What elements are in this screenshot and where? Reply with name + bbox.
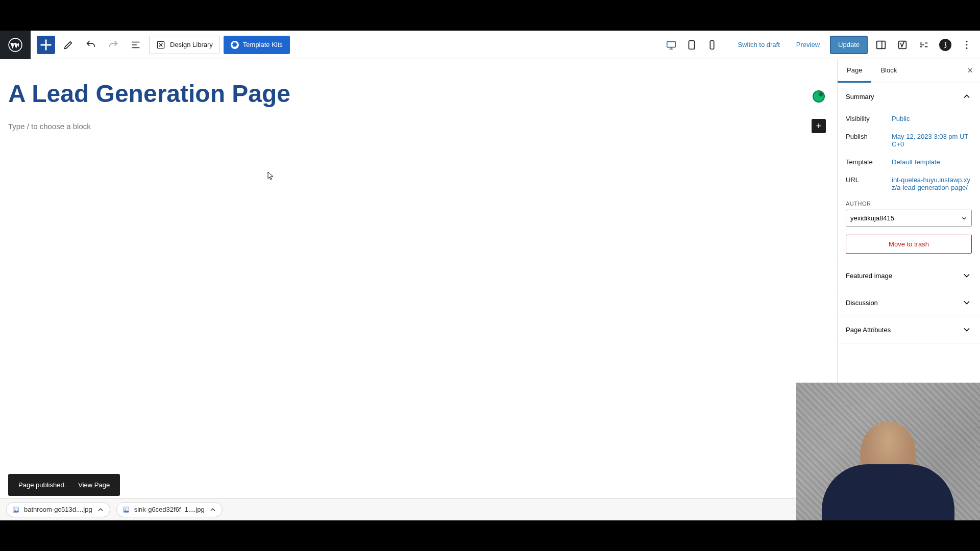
kadence-button[interactable] [915,36,933,54]
svg-point-8 [966,44,968,45]
update-button[interactable]: Update [830,36,868,54]
download-filename: sink-g6ced32f6f_1....jpg [134,506,205,513]
visibility-value[interactable]: Public [892,115,910,122]
close-sidebar-button[interactable]: × [960,59,980,83]
tab-block[interactable]: Block [871,59,906,83]
wordpress-logo[interactable] [0,31,31,59]
svg-point-9 [966,47,968,48]
template-kits-icon: ⬣ [231,41,239,49]
design-library-label: Design Library [170,41,213,48]
author-select[interactable]: yexidikuja8415 [846,210,972,227]
download-filename: bathroom-gc513d....jpg [24,506,92,513]
url-value[interactable]: int-quelea-huyu.instawp.xyz/a-lead-gener… [892,176,970,191]
seo-score-badge-icon[interactable] [813,90,825,103]
chevron-up-icon [209,506,217,514]
panel-featured-image-title: Featured image [846,272,892,280]
design-library-button[interactable]: Design Library [149,36,219,54]
plugin-icon-button[interactable]: ⟆ [936,36,954,54]
top-toolbar: Design Library ⬣ Template Kits Switch to… [0,31,980,59]
chevron-down-icon [962,324,972,335]
panel-discussion-header[interactable]: Discussion [838,289,980,316]
plugin-circle-icon: ⟆ [939,39,951,51]
toast-message: Page published. [18,481,66,489]
cursor-icon [267,171,274,181]
panel-discussion-title: Discussion [846,299,878,307]
edit-tool-button[interactable] [59,36,78,54]
undo-button[interactable] [82,36,100,54]
webcam-overlay [796,383,980,520]
download-item-1[interactable]: sink-g6ced32f6f_1....jpg [116,502,223,517]
panel-summary-title: Summary [846,93,874,101]
switch-to-draft-button[interactable]: Switch to draft [731,37,786,53]
template-kits-button[interactable]: ⬣ Template Kits [224,36,290,54]
svg-rect-4 [710,40,714,49]
add-block-button[interactable] [37,36,55,54]
panel-featured-image-header[interactable]: Featured image [838,262,980,289]
preview-button[interactable]: Preview [790,37,826,53]
mobile-preview-button[interactable] [703,36,721,54]
svg-point-11 [14,508,15,509]
block-placeholder[interactable]: Type / to choose a block + [8,122,829,131]
panel-page-attributes-title: Page Attributes [846,326,891,334]
inline-add-block-button[interactable]: + [812,119,826,133]
publish-label: Publish [846,133,892,148]
panel-summary-header[interactable]: Summary [838,83,980,110]
tab-page[interactable]: Page [838,59,871,83]
chevron-down-icon [962,297,972,308]
desktop-preview-button[interactable] [662,36,680,54]
visibility-label: Visibility [846,115,892,122]
move-to-trash-button[interactable]: Move to trash [846,235,972,254]
tablet-preview-button[interactable] [682,36,701,54]
download-item-0[interactable]: bathroom-gc513d....jpg [6,502,110,517]
svg-rect-5 [877,41,886,48]
publish-toast: Page published. View Page [8,474,120,496]
block-placeholder-text: Type / to choose a block [8,122,91,131]
editor-canvas[interactable]: A Lead Generation Page Type / to choose … [0,59,837,520]
template-label: Template [846,158,892,166]
url-label: URL [846,176,892,191]
chevron-down-icon [962,270,972,281]
svg-point-13 [125,508,126,509]
svg-rect-2 [667,41,676,47]
svg-rect-3 [689,40,695,49]
device-preview-group [662,36,721,54]
page-title[interactable]: A Lead Generation Page [8,80,829,108]
template-kits-label: Template Kits [243,41,283,48]
author-label: AUTHOR [846,201,972,207]
publish-value[interactable]: May 12, 2023 3:03 pm UTC+0 [892,133,968,148]
options-menu-button[interactable] [958,36,976,54]
chevron-up-icon [96,506,105,514]
image-file-icon [122,506,130,514]
image-file-icon [12,506,20,514]
svg-point-7 [966,41,968,42]
sidebar-tabs: Page Block × [838,59,980,83]
template-value[interactable]: Default template [892,158,940,166]
chevron-up-icon [962,91,972,102]
settings-sidebar-toggle[interactable] [872,36,890,54]
panel-page-attributes-header[interactable]: Page Attributes [838,316,980,343]
toast-view-page-link[interactable]: View Page [78,481,110,489]
panel-summary: Summary Visibility Public Publish May 12… [838,83,980,262]
yoast-button[interactable] [893,36,912,54]
document-overview-button[interactable] [127,36,145,54]
redo-button[interactable] [104,36,122,54]
